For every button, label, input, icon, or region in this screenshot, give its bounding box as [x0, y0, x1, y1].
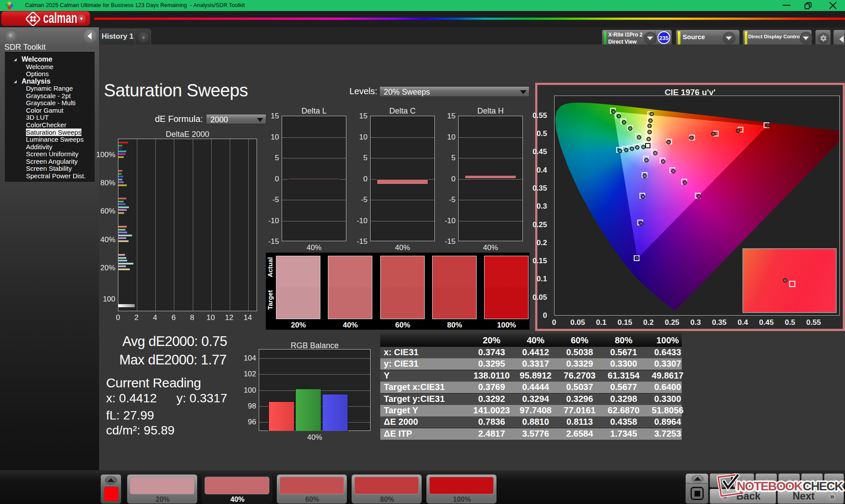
svg-text:NOTEBOOK: NOTEBOOK: [737, 479, 803, 493]
svg-text:CHECK: CHECK: [803, 479, 843, 493]
